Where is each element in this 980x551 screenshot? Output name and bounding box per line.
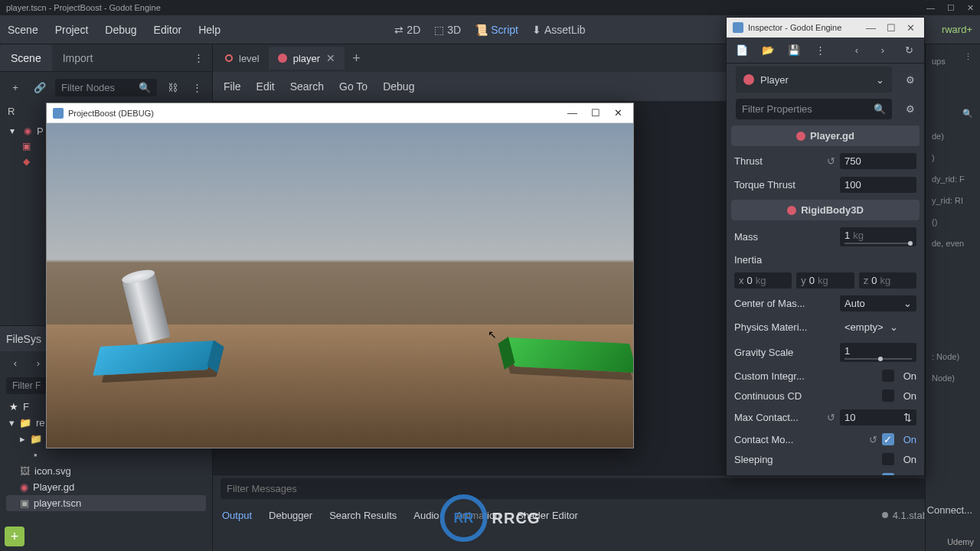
scene-filter-input[interactable]: Filter Nodes 🔍 bbox=[55, 79, 157, 96]
minimize-icon[interactable]: — bbox=[926, 3, 935, 13]
bottom-tab-output[interactable]: Output bbox=[222, 510, 252, 521]
fs-file-icon[interactable]: 🖼icon.svg bbox=[6, 463, 206, 479]
inertia-y[interactable]: y0kg bbox=[796, 272, 854, 289]
close-icon[interactable]: ✕ bbox=[903, 22, 918, 34]
reset-icon[interactable]: ↺ bbox=[827, 412, 835, 423]
maximize-icon[interactable]: ☐ bbox=[586, 107, 605, 119]
game-viewport[interactable]: ↖ bbox=[47, 123, 633, 448]
script-menu-file[interactable]: File bbox=[224, 80, 241, 93]
menu-scene[interactable]: Scene bbox=[8, 24, 38, 36]
tab-level[interactable]: level bbox=[216, 47, 269, 70]
minimize-icon[interactable]: — bbox=[863, 22, 879, 34]
bottom-tab-debugger[interactable]: Debugger bbox=[269, 510, 312, 521]
forward-icon[interactable]: › bbox=[29, 354, 47, 372]
logo-text: RRCG bbox=[492, 510, 541, 527]
section-script[interactable]: Player.gd bbox=[731, 126, 920, 146]
bone-icon[interactable]: ⛓ bbox=[163, 78, 181, 96]
dots-icon[interactable]: ⋮ bbox=[189, 49, 207, 67]
inspector-filter[interactable]: Filter Properties 🔍 bbox=[736, 99, 892, 119]
script-menu-edit[interactable]: Edit bbox=[256, 80, 275, 93]
folder-icon: 📁 bbox=[19, 417, 31, 429]
custint-checkbox[interactable] bbox=[882, 370, 894, 382]
thrust-value[interactable]: 750 bbox=[840, 153, 916, 169]
save-icon[interactable]: 💾 bbox=[786, 41, 802, 60]
refresh-icon[interactable]: ↻ bbox=[901, 41, 916, 60]
maximize-icon[interactable]: ☐ bbox=[947, 3, 955, 13]
inspector-title: Inspector - Godot Engine bbox=[748, 23, 841, 32]
reset-icon[interactable]: ↺ bbox=[869, 434, 877, 445]
tab-scene[interactable]: Scene bbox=[0, 44, 52, 71]
dots-icon[interactable]: ⋮ bbox=[812, 41, 828, 60]
spinner-icon[interactable]: ⇅ bbox=[903, 412, 912, 423]
new-icon[interactable]: 📄 bbox=[734, 41, 750, 60]
back-icon[interactable]: ‹ bbox=[6, 354, 24, 372]
inspector-titlebar[interactable]: Inspector - Godot Engine — ☐ ✕ bbox=[727, 18, 924, 37]
inertia-z[interactable]: z0kg bbox=[859, 272, 916, 289]
download-icon: ⬇ bbox=[532, 24, 541, 36]
add-node-icon[interactable]: + bbox=[6, 78, 24, 96]
renderer-label[interactable]: rward+ bbox=[942, 24, 972, 35]
add-tab[interactable]: + bbox=[345, 51, 368, 67]
open-icon[interactable]: 📂 bbox=[760, 41, 776, 60]
inspected-object[interactable]: Player ⌄ bbox=[736, 67, 892, 93]
mode-script[interactable]: 📜Script bbox=[475, 24, 518, 36]
history-back-icon[interactable]: ‹ bbox=[849, 41, 864, 60]
prop-gravity: Gravity Scale 1 bbox=[731, 339, 920, 366]
section-rigidbody[interactable]: RigidBody3D bbox=[731, 200, 920, 220]
minimize-icon[interactable]: — bbox=[563, 107, 582, 119]
scene-icon: ▣ bbox=[20, 497, 29, 509]
sliders-icon[interactable]: ⚙ bbox=[901, 100, 920, 119]
com-value[interactable]: Auto⌄ bbox=[840, 295, 916, 311]
tab-import[interactable]: Import bbox=[52, 44, 104, 71]
star-icon: ★ bbox=[9, 401, 18, 412]
menu-debug[interactable]: Debug bbox=[105, 24, 136, 36]
add-button[interactable]: + bbox=[5, 527, 24, 546]
fs-file[interactable]: ▪ bbox=[6, 447, 206, 463]
script-menu-debug[interactable]: Debug bbox=[383, 80, 414, 93]
dots-icon[interactable]: ⋮ bbox=[188, 78, 206, 96]
filter-placeholder: Filter Nodes bbox=[61, 82, 115, 93]
menu-help[interactable]: Help bbox=[198, 24, 220, 36]
history-fwd-icon[interactable]: › bbox=[875, 41, 890, 60]
mass-value[interactable]: 1kg bbox=[840, 227, 916, 246]
debug-titlebar[interactable]: ProjectBoost (DEBUG) — ☐ ✕ bbox=[47, 103, 633, 123]
torque-value[interactable]: 100 bbox=[840, 177, 916, 193]
tab-player[interactable]: player✕ bbox=[269, 47, 345, 70]
close-icon[interactable]: ✕ bbox=[609, 107, 627, 119]
ccd-checkbox[interactable] bbox=[882, 390, 894, 402]
close-tab-icon[interactable]: ✕ bbox=[326, 52, 335, 64]
godot-icon bbox=[733, 22, 743, 33]
strip-item: () bbox=[930, 211, 975, 233]
mode-3d[interactable]: ⬚3D bbox=[434, 24, 461, 36]
debug-game-window[interactable]: ProjectBoost (DEBUG) — ☐ ✕ ↖ bbox=[46, 103, 634, 448]
menu-editor[interactable]: Editor bbox=[154, 24, 182, 36]
close-icon[interactable]: ✕ bbox=[967, 3, 974, 13]
bottom-tab-audio[interactable]: Audio bbox=[413, 510, 439, 521]
settings-icon[interactable]: ⚙ bbox=[901, 70, 920, 89]
gravity-value[interactable]: 1 bbox=[840, 343, 916, 362]
inertia-x[interactable]: x0kg bbox=[734, 272, 792, 289]
connect-label[interactable]: Connect... bbox=[927, 504, 972, 516]
fs-file-tscn[interactable]: ▣player.tscn bbox=[6, 495, 206, 511]
mode-assetlib[interactable]: ⬇AssetLib bbox=[532, 24, 586, 36]
physmat-value[interactable]: <empty>⌄ bbox=[840, 319, 916, 335]
dots-icon[interactable]: ⋮ bbox=[959, 47, 977, 66]
cansleep-checkbox[interactable]: ✓ bbox=[882, 473, 894, 475]
bottom-tab-search[interactable]: Search Results bbox=[329, 510, 397, 521]
sleeping-checkbox[interactable] bbox=[882, 453, 894, 465]
reset-icon[interactable]: ↺ bbox=[827, 155, 835, 167]
maxcontact-value[interactable]: 10⇅ bbox=[840, 409, 916, 425]
mode-2d[interactable]: ⇄2D bbox=[394, 24, 420, 36]
contactmon-checkbox[interactable]: ✓ bbox=[882, 433, 894, 445]
inspector-body[interactable]: Player.gd Thrust ↺ 750 Torque Thrust 100… bbox=[727, 122, 924, 475]
filter-messages-input[interactable] bbox=[220, 478, 954, 499]
search-icon[interactable]: 🔍 bbox=[959, 104, 977, 122]
maximize-icon[interactable]: ☐ bbox=[884, 22, 899, 34]
script-icon: 📜 bbox=[475, 24, 488, 36]
link-icon[interactable]: 🔗 bbox=[31, 78, 49, 96]
script-icon: ◉ bbox=[20, 481, 28, 493]
fs-file-gd[interactable]: ◉Player.gd bbox=[6, 479, 206, 495]
script-menu-search[interactable]: Search bbox=[290, 80, 324, 93]
script-menu-goto[interactable]: Go To bbox=[339, 80, 368, 93]
menu-project[interactable]: Project bbox=[55, 24, 89, 36]
